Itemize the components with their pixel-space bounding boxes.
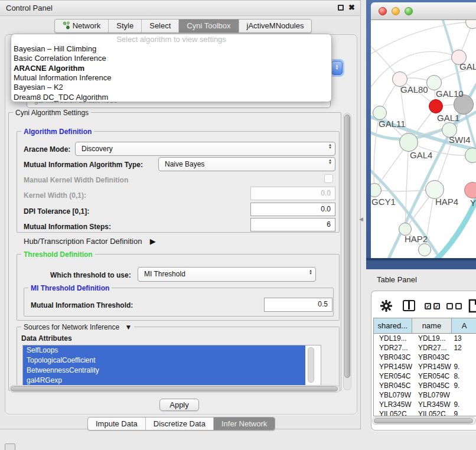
node-label: HAP2 bbox=[405, 234, 428, 244]
aracne-mode-combo[interactable]: Discovery ▲▼ bbox=[75, 142, 335, 156]
combo-spinner-icon: ▲▼ bbox=[328, 144, 332, 149]
aracne-mode-label: Aracne Mode: bbox=[24, 145, 70, 154]
cyni-algorithm-settings-title: Cyni Algorithm Settings bbox=[13, 109, 91, 117]
node-label: Y bbox=[470, 198, 476, 208]
table-hscrollbar-thumb[interactable] bbox=[374, 418, 473, 423]
kernel-width-field[interactable]: 0.0 bbox=[250, 187, 335, 200]
control-panel-titlebar[interactable]: Control Panel ✖ bbox=[0, 1, 360, 16]
minimized-panel-icon[interactable] bbox=[5, 444, 15, 450]
list-item[interactable]: BetweennessCentrality bbox=[23, 366, 305, 376]
network-node-gal4[interactable] bbox=[399, 133, 418, 152]
app-screen: Control Panel ✖ Network Style bbox=[0, 0, 476, 450]
table-row[interactable]: YBL079W YBL079W bbox=[374, 390, 476, 400]
node-label: GAL10 bbox=[436, 89, 464, 99]
table-row[interactable]: YER054C YER054C 8. bbox=[374, 371, 476, 381]
settings-hscrollbar-thumb[interactable] bbox=[11, 386, 338, 392]
data-attributes-list: SelfLoops TopologicalCoefficient Between… bbox=[22, 345, 321, 386]
network-node-gal1-selected[interactable] bbox=[429, 99, 443, 113]
table-row[interactable]: YPR145W YPR145W 9. bbox=[374, 362, 476, 371]
minimize-window-icon[interactable] bbox=[392, 7, 400, 15]
which-threshold-combo[interactable]: MI Threshold ▲▼ bbox=[138, 267, 316, 282]
combo-spinner-icon: ▲▼ bbox=[328, 159, 332, 165]
tab-cyni-toolbox[interactable]: Cyni Toolbox bbox=[178, 19, 238, 32]
tab-select[interactable]: Select bbox=[141, 19, 178, 32]
settings-scrollbar-thumb[interactable] bbox=[344, 115, 350, 378]
list-item[interactable]: SelfLoops bbox=[23, 345, 305, 356]
apply-button[interactable]: Apply bbox=[159, 399, 199, 411]
table-row[interactable]: YIL052C YIL052C 9 bbox=[374, 409, 476, 416]
control-panel-title: Control Panel bbox=[6, 4, 53, 12]
sources-title-toggle[interactable]: Sources for Network Inference ▼ bbox=[21, 323, 134, 331]
network-node-gal11[interactable] bbox=[373, 106, 387, 120]
float-window-icon[interactable] bbox=[338, 5, 344, 11]
algorithm-definition-title: Algorithm Definition bbox=[21, 128, 94, 136]
show-all-columns-icon[interactable]: ✓✓ bbox=[425, 303, 440, 309]
popup-item[interactable]: Bayesian – K2 bbox=[11, 83, 331, 92]
export-table-icon[interactable] bbox=[468, 299, 476, 315]
mi-algorithm-type-combo[interactable]: Naive Bayes ▲▼ bbox=[158, 157, 335, 171]
tab-style[interactable]: Style bbox=[108, 19, 141, 32]
node-label: HAP4 bbox=[435, 197, 458, 207]
gear-icon[interactable] bbox=[380, 299, 393, 315]
network-node[interactable] bbox=[465, 148, 476, 163]
table-row[interactable]: YDR27... YDR27... 12 bbox=[374, 343, 476, 353]
popup-item[interactable]: Mutual Information Inference bbox=[11, 73, 331, 83]
kernel-width-label: Kernel Width (0,1): bbox=[24, 191, 86, 200]
mi-algorithm-type-label: Mutual Information Algorithm Type: bbox=[24, 161, 143, 169]
dpi-tolerance-field[interactable]: 0.0 bbox=[250, 203, 335, 216]
tab-impute-data[interactable]: Impute Data bbox=[88, 418, 145, 430]
panel-splitter-handle[interactable]: ◀ bbox=[359, 216, 363, 222]
mi-threshold-definition-title: MI Threshold Definition bbox=[28, 284, 112, 292]
table-rows: YDL19... YDL19... 13 YDR27... YDR27... 1… bbox=[374, 334, 476, 416]
tab-network-label: Network bbox=[73, 21, 101, 30]
zoom-window-icon[interactable] bbox=[405, 7, 413, 15]
node-label: GAL11 bbox=[379, 119, 406, 129]
node-label: SWI4 bbox=[449, 135, 471, 145]
cyni-bottom-tabbar: Impute Data Discretize Data Infer Networ… bbox=[87, 417, 275, 431]
table-row[interactable]: YBR043C YBR043C bbox=[374, 353, 476, 362]
mi-steps-field[interactable]: 6 bbox=[250, 218, 335, 231]
close-window-icon[interactable] bbox=[379, 7, 387, 15]
tab-discretize-data[interactable]: Discretize Data bbox=[145, 418, 213, 430]
hub-definition-expander[interactable]: Hub/Transcription Factor Definition ▶ bbox=[24, 236, 156, 246]
columns-icon[interactable] bbox=[403, 300, 415, 311]
column-header-partial[interactable]: A bbox=[452, 318, 476, 333]
mi-threshold-field[interactable]: 0.5 bbox=[264, 298, 332, 312]
table-row[interactable]: YLR345W YLR345W 9. bbox=[374, 400, 476, 409]
tab-jactivemnodules[interactable]: jActiveMNodules bbox=[239, 19, 312, 32]
node-table: shared... name A YDL19... YDL19... 13 YD… bbox=[373, 318, 476, 416]
list-item[interactable]: TopologicalCoefficient bbox=[23, 356, 305, 366]
hub-definition-label: Hub/Transcription Factor Definition bbox=[24, 237, 142, 246]
close-icon[interactable]: ✖ bbox=[348, 3, 355, 12]
threshold-definition-title: Threshold Definition bbox=[21, 250, 95, 259]
which-threshold-label: Which threshold to use: bbox=[50, 271, 131, 279]
popup-item[interactable]: Dream8 DC_TDC Algorithm bbox=[11, 92, 331, 102]
node-label: GAL4 bbox=[410, 150, 432, 160]
popup-item[interactable]: Basic Correlation Inference bbox=[11, 54, 331, 63]
tab-network[interactable]: Network bbox=[55, 19, 108, 32]
column-header-name[interactable]: name bbox=[412, 318, 452, 333]
network-node[interactable] bbox=[418, 243, 431, 256]
list-item[interactable]: gal4RGexp bbox=[23, 376, 305, 386]
table-panel-title: Table Panel bbox=[377, 275, 417, 284]
combo-spinner-icon: ▲▼ bbox=[309, 269, 312, 275]
network-window-titlebar[interactable] bbox=[371, 2, 476, 20]
network-canvas[interactable]: GAL GAL80 GAL10 GAL1 GAL11 SWI4 GAL4 GCY… bbox=[371, 20, 476, 258]
combo-arrow-button[interactable]: ▲▼ bbox=[331, 61, 343, 75]
hide-all-columns-icon[interactable] bbox=[446, 303, 462, 309]
network-node-salmon[interactable] bbox=[464, 182, 476, 198]
popup-item-selected[interactable]: ARACNE Algorithm bbox=[11, 63, 331, 73]
table-row[interactable]: YDL19... YDL19... 13 bbox=[374, 334, 476, 343]
column-header-shared[interactable]: shared... bbox=[374, 318, 412, 333]
tab-infer-network[interactable]: Infer Network bbox=[213, 418, 275, 430]
list-scrollbar-thumb[interactable] bbox=[308, 347, 314, 383]
network-window-frame-shadow bbox=[366, 258, 476, 260]
popup-item[interactable]: Bayesian – Hill Climbing bbox=[11, 44, 331, 54]
mi-threshold-label: Mutual Information Threshold: bbox=[31, 301, 133, 309]
table-row[interactable]: YBR045C YBR045C 9. bbox=[374, 381, 476, 390]
control-panel-tabbar: Network Style Select Cyni Toolbox jActiv… bbox=[54, 19, 312, 33]
algorithm-select-popup: Select algorithm to view settings Bayesi… bbox=[11, 34, 332, 102]
expand-right-icon: ▶ bbox=[150, 237, 156, 246]
node-label: GAL1 bbox=[437, 113, 459, 123]
manual-kernel-width-checkbox[interactable] bbox=[324, 174, 333, 183]
